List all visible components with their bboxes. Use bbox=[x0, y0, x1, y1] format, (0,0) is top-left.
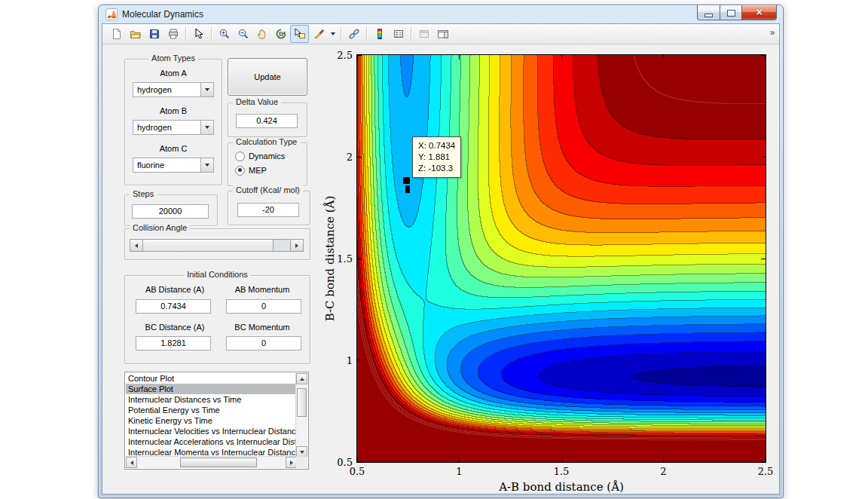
chevron-down-icon bbox=[331, 32, 335, 35]
data-cursor-icon bbox=[294, 28, 306, 40]
save-figure-button[interactable] bbox=[145, 25, 164, 43]
x-tick-label: 2 bbox=[660, 466, 666, 477]
window-title: Molecular Dynamics bbox=[122, 5, 203, 23]
atom-c-dropdown-arrow[interactable] bbox=[200, 158, 213, 172]
insert-legend-button[interactable] bbox=[389, 25, 408, 43]
delta-value-field[interactable]: 0.424 bbox=[236, 114, 298, 128]
collision-angle-title: Collision Angle bbox=[130, 223, 190, 232]
mep-radio-row[interactable]: MEP bbox=[235, 165, 267, 176]
insert-colorbar-icon bbox=[374, 28, 386, 40]
print-figure-button[interactable] bbox=[164, 25, 182, 43]
rotate-3d-button[interactable] bbox=[271, 25, 290, 43]
atom-a-dropdown[interactable]: hydrogen bbox=[133, 82, 214, 97]
delta-value-title: Delta Value bbox=[233, 97, 281, 106]
toolbar-overflow-icon[interactable]: » bbox=[770, 27, 775, 37]
close-button[interactable]: × bbox=[742, 5, 777, 20]
atom-c-value: fluorine bbox=[137, 158, 164, 172]
brush-dropdown-arrow[interactable] bbox=[328, 26, 338, 42]
maximize-button[interactable] bbox=[720, 5, 742, 20]
link-plot-button[interactable] bbox=[344, 25, 363, 43]
atom-c-label: Atom C bbox=[125, 144, 222, 153]
brush-icon bbox=[313, 28, 325, 40]
toolbar-separator bbox=[366, 27, 367, 41]
list-item[interactable]: Contour Plot bbox=[126, 373, 297, 384]
steps-panel: Steps 20000 bbox=[124, 194, 218, 226]
toolbar-separator bbox=[411, 27, 411, 41]
minimize-button[interactable] bbox=[697, 5, 720, 20]
datatip-y: Y: 1.881 bbox=[418, 152, 455, 163]
slider-left-arrow[interactable] bbox=[130, 240, 143, 251]
ab-distance-field[interactable]: 0.7434 bbox=[136, 299, 211, 314]
atom-c-dropdown[interactable]: fluorine bbox=[133, 158, 214, 173]
pan-button[interactable] bbox=[252, 25, 271, 43]
delta-value-panel: Delta Value 0.424 bbox=[228, 103, 307, 137]
toolbar-separator bbox=[211, 27, 212, 41]
atom-b-label: Atom B bbox=[125, 106, 222, 115]
steps-field[interactable]: 20000 bbox=[132, 204, 209, 219]
triangle-up-icon bbox=[300, 378, 304, 381]
dynamics-radio[interactable] bbox=[235, 152, 245, 161]
open-file-icon bbox=[130, 28, 142, 40]
list-item[interactable]: Internuclear Accelerations vs Internucle… bbox=[126, 436, 297, 447]
y-tick-label: 2.5 bbox=[326, 50, 353, 61]
x-tick-label: 1.5 bbox=[554, 466, 570, 477]
contour-canvas[interactable] bbox=[356, 54, 766, 463]
bc-distance-field[interactable]: 1.8281 bbox=[136, 336, 211, 351]
slider-right-arrow[interactable] bbox=[290, 240, 303, 251]
atom-types-panel: Atom Types Atom A hydrogen Atom B hydrog… bbox=[124, 59, 222, 185]
datatip-marker[interactable] bbox=[403, 177, 410, 184]
steps-title: Steps bbox=[130, 189, 157, 198]
update-button[interactable]: Update bbox=[228, 58, 307, 96]
matlab-figure-window: Molecular Dynamics × bbox=[98, 5, 784, 498]
atom-b-dropdown[interactable]: hydrogen bbox=[133, 120, 214, 135]
scroll-left-button[interactable] bbox=[126, 457, 137, 468]
horizontal-scroll-thumb[interactable] bbox=[180, 458, 257, 467]
ab-momentum-field[interactable]: 0 bbox=[226, 299, 301, 314]
figure-canvas-area: Atom Types Atom A hydrogen Atom B hydrog… bbox=[102, 44, 779, 494]
show-plot-tools-button[interactable] bbox=[433, 25, 452, 43]
hide-plot-tools-button[interactable] bbox=[414, 25, 433, 43]
toolbar-separator bbox=[341, 27, 341, 41]
edit-plot-button[interactable] bbox=[189, 25, 208, 43]
calculation-type-panel: Calculation Type Dynamics MEP bbox=[228, 142, 307, 186]
vertical-scrollbar[interactable] bbox=[295, 373, 307, 458]
atom-b-dropdown-arrow[interactable] bbox=[200, 121, 213, 134]
scroll-down-button[interactable] bbox=[296, 446, 307, 458]
data-cursor-button[interactable] bbox=[290, 25, 309, 43]
new-figure-button[interactable] bbox=[107, 25, 126, 43]
zoom-in-button[interactable] bbox=[215, 25, 234, 43]
slider-thumb[interactable] bbox=[143, 240, 274, 251]
scroll-up-button[interactable] bbox=[296, 373, 307, 384]
list-item[interactable]: Potential Energy vs Time bbox=[126, 405, 297, 415]
insert-colorbar-button[interactable] bbox=[370, 25, 389, 43]
list-item[interactable]: Kinetic Energy vs Time bbox=[126, 415, 297, 426]
list-item[interactable]: Internuclear Velocities vs Internuclear … bbox=[126, 426, 297, 436]
collision-angle-slider[interactable] bbox=[130, 239, 304, 252]
triangle-left-icon bbox=[130, 461, 133, 465]
horizontal-scrollbar[interactable] bbox=[126, 456, 297, 468]
list-item[interactable]: Internuclear Distances vs Time bbox=[126, 394, 297, 405]
cutoff-panel: Cutoff (Kcal/ mol) -20 bbox=[228, 191, 310, 225]
atom-a-dropdown-arrow[interactable] bbox=[200, 83, 213, 96]
bc-momentum-label: BC Momentum bbox=[222, 323, 303, 332]
zoom-in-icon bbox=[219, 28, 231, 40]
desktop-background: Molecular Dynamics × bbox=[0, 0, 868, 499]
collision-angle-panel: Collision Angle bbox=[124, 228, 310, 260]
brush-button[interactable] bbox=[309, 25, 328, 43]
atom-types-title: Atom Types bbox=[148, 54, 198, 63]
zoom-out-button[interactable] bbox=[234, 25, 252, 43]
scroll-right-button[interactable] bbox=[286, 457, 297, 468]
plot-type-listbox[interactable]: Contour Plot Surface Plot Internuclear D… bbox=[124, 372, 309, 470]
list-item-selected[interactable]: Surface Plot bbox=[126, 384, 297, 394]
open-file-button[interactable] bbox=[126, 25, 145, 43]
bc-momentum-field[interactable]: 0 bbox=[226, 336, 301, 351]
chevron-down-icon bbox=[205, 88, 209, 91]
vertical-scroll-thumb[interactable] bbox=[297, 388, 307, 417]
titlebar[interactable]: Molecular Dynamics × bbox=[99, 5, 783, 23]
mep-radio[interactable] bbox=[235, 166, 245, 176]
cutoff-field[interactable]: -20 bbox=[237, 203, 299, 217]
minimize-icon bbox=[704, 14, 713, 17]
dynamics-radio-row[interactable]: Dynamics bbox=[235, 151, 285, 161]
window-buttons: × bbox=[697, 5, 777, 20]
datatip-box[interactable]: X: 0.7434 Y: 1.881 Z: -103.3 bbox=[412, 136, 461, 178]
